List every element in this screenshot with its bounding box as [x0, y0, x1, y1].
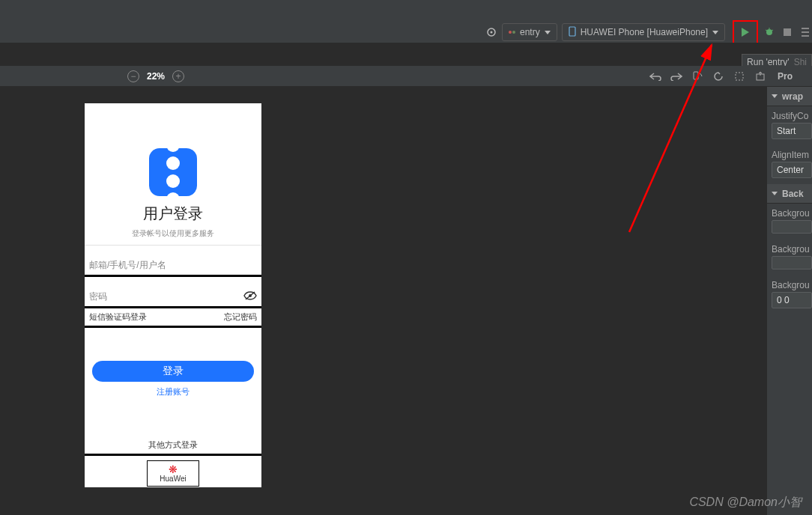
huawei-icon: ❋ — [169, 464, 178, 475]
justify-value[interactable]: Start — [772, 123, 812, 139]
login-button[interactable]: 登录 — [92, 361, 254, 382]
section-background[interactable]: Back — [767, 184, 812, 204]
huawei-label: HuaWei — [160, 475, 186, 483]
bg2-value[interactable] — [772, 256, 812, 269]
crop-icon[interactable] — [733, 70, 746, 83]
svg-point-3 — [766, 29, 772, 35]
align-value[interactable]: Center — [772, 162, 812, 178]
svg-rect-12 — [736, 73, 743, 80]
sms-login-link[interactable]: 短信验证码登录 — [89, 311, 147, 323]
phone-preview: 用户登录 登录帐号以使用更多服务 邮箱/手机号/用户名 密码 短信验证码登录 忘… — [85, 103, 261, 487]
svg-point-1 — [491, 31, 493, 34]
properties-panel: Pro wrap JustifyCo Start AlignItem Cente… — [767, 66, 812, 515]
align-label: AlignItem — [767, 145, 812, 162]
svg-rect-8 — [802, 28, 809, 29]
svg-rect-2 — [569, 27, 575, 36]
huawei-login-button[interactable]: ❋ HuaWei — [147, 460, 199, 487]
svg-rect-11 — [694, 72, 698, 79]
target-icon[interactable] — [485, 26, 497, 38]
zoom-value: 22% — [147, 71, 165, 82]
justify-label: JustifyCo — [767, 106, 812, 123]
entry-config-icon — [509, 31, 515, 34]
svg-line-6 — [772, 30, 773, 31]
app-logo — [149, 148, 197, 196]
watermark: CSDN @Damon小智 — [689, 495, 802, 511]
section-wrap[interactable]: wrap — [767, 87, 812, 106]
rotate-icon[interactable] — [691, 70, 704, 83]
stop-icon[interactable] — [781, 25, 794, 39]
svg-rect-10 — [802, 35, 809, 37]
preview-toolbar: − 22% + — [0, 66, 812, 87]
password-field[interactable]: 密码 — [85, 287, 261, 308]
chevron-down-icon — [545, 31, 551, 34]
svg-line-5 — [766, 30, 767, 31]
svg-rect-9 — [802, 31, 809, 33]
chevron-down-icon — [712, 31, 718, 34]
properties-header: Pro — [767, 66, 812, 87]
undo-icon[interactable] — [649, 70, 662, 83]
login-button-label: 登录 — [163, 365, 184, 378]
password-placeholder: 密码 — [89, 290, 107, 303]
bg1-label: Backgrou — [767, 204, 812, 220]
top-toolbar: entry HUAWEI Phone [HuaweiPhone] — [0, 0, 812, 45]
email-placeholder: 邮箱/手机号/用户名 — [89, 259, 166, 272]
chevron-down-icon — [772, 94, 778, 98]
play-icon — [742, 28, 749, 37]
export-icon[interactable] — [754, 70, 767, 83]
eye-off-icon[interactable] — [243, 290, 257, 303]
preview-toolbar-right — [649, 66, 767, 87]
device-label: HUAWEI Phone [HuaweiPhone] — [581, 27, 708, 37]
debug-icon[interactable] — [763, 25, 776, 39]
more-icon[interactable] — [799, 25, 812, 39]
refresh-icon[interactable] — [712, 70, 725, 83]
zoom-controls: − 22% + — [127, 70, 184, 82]
device-dropdown[interactable]: HUAWEI Phone [HuaweiPhone] — [562, 23, 725, 41]
bg2-label: Backgrou — [767, 240, 812, 256]
bg3-value[interactable]: 0 0 — [772, 292, 812, 308]
email-field[interactable]: 邮箱/手机号/用户名 — [85, 256, 261, 277]
device-icon — [569, 26, 576, 39]
entry-label: entry — [520, 27, 540, 37]
bg3-label: Backgrou — [767, 275, 812, 292]
login-subtitle: 登录帐号以使用更多服务 — [85, 228, 261, 239]
zoom-out-button[interactable]: − — [127, 70, 139, 82]
top-toolbar-row: entry HUAWEI Phone [HuaweiPhone] — [0, 21, 812, 43]
zoom-in-button[interactable]: + — [172, 70, 184, 82]
login-links-row: 短信验证码登录 忘记密码 — [85, 308, 261, 328]
redo-icon[interactable] — [670, 70, 683, 83]
forgot-password-link[interactable]: 忘记密码 — [224, 311, 257, 323]
chevron-down-icon — [772, 192, 778, 195]
register-link[interactable]: 注册账号 — [85, 386, 261, 397]
svg-rect-7 — [784, 28, 791, 36]
other-login-label: 其他方式登录 — [85, 439, 261, 451]
run-config-dropdown[interactable]: entry — [502, 23, 557, 41]
login-title: 用户登录 — [85, 204, 261, 224]
run-button-highlighted[interactable] — [733, 20, 758, 44]
bg1-value[interactable] — [772, 220, 812, 234]
